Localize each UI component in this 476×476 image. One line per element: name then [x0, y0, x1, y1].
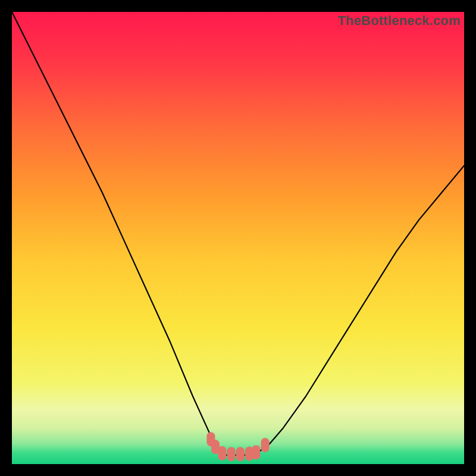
curve-marker [218, 446, 226, 461]
chart-frame: TheBottleneck.com [12, 12, 464, 464]
curve-marker [236, 447, 245, 461]
watermark-text: TheBottleneck.com [338, 13, 461, 29]
curve-marker [227, 447, 236, 461]
curve-marker [252, 445, 260, 459]
bottleneck-curve [12, 12, 464, 464]
curve-marker [261, 438, 270, 452]
